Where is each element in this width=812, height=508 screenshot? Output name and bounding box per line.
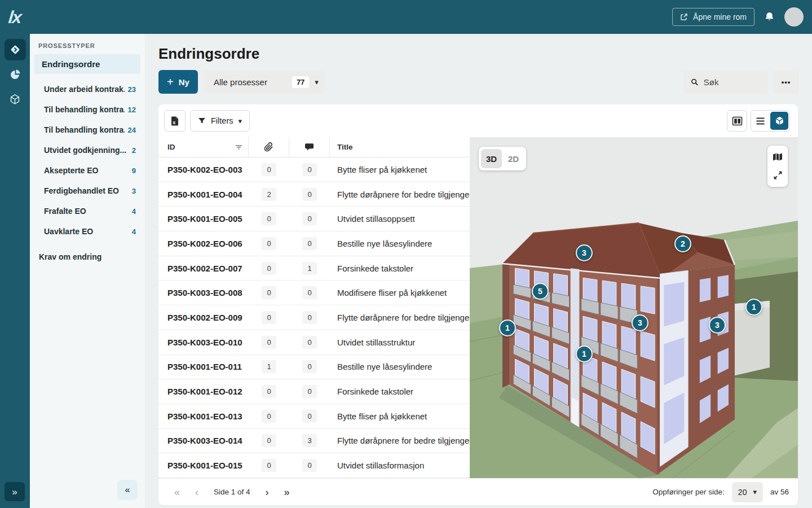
rail-expand-button[interactable]: » [5, 482, 25, 501]
comments-count: 3 [302, 434, 317, 447]
comments-count: 0 [302, 237, 317, 250]
table-row[interactable]: P350-K002-EO-007 0 1 Forsinkede takstole… [158, 256, 470, 281]
row-comments: 0 [289, 459, 330, 472]
sidebar-item[interactable]: Uavklarte EO 4 [30, 221, 145, 242]
table-row[interactable]: P350-K002-EO-006 0 0 Bestille nye låsesy… [158, 231, 470, 256]
row-attachments: 0 [249, 385, 289, 398]
map-button[interactable] [773, 152, 783, 161]
row-title: Bestille nye låsesylindere [330, 362, 470, 371]
expand-icon [773, 170, 783, 180]
plus-icon: + [167, 76, 174, 87]
column-header-id[interactable]: ID [158, 137, 249, 157]
table-row[interactable]: P350-K001-EO-011 1 0 Bestille nye låsesy… [158, 355, 470, 380]
export-excel-button[interactable]: x [164, 110, 186, 132]
rail-item-charts[interactable] [5, 64, 26, 85]
per-page-dropdown[interactable]: 20 ▾ [732, 482, 763, 502]
model-marker[interactable]: 2 [674, 235, 691, 252]
model-view-button[interactable] [770, 112, 788, 130]
attachments-count: 1 [262, 360, 276, 373]
table-row[interactable]: P350-K003-EO-008 0 0 Modifisere fliser p… [158, 281, 470, 305]
excel-export-icon: x [170, 116, 180, 126]
open-rooms-label: Åpne mine rom [693, 12, 747, 21]
model-marker[interactable]: 3 [632, 314, 648, 331]
process-diamond-icon [9, 43, 21, 56]
sidebar-item[interactable]: Ferdigbehandlet EO 3 [30, 181, 145, 201]
comments-count: 0 [302, 360, 317, 373]
column-filter-icon[interactable] [235, 144, 242, 150]
sidebar-item[interactable]: Aksepterte EO 9 [30, 160, 145, 181]
sidebar-item[interactable]: Utvidet godkjenning... 2 [30, 140, 145, 160]
mode-3d-button[interactable]: 3D [481, 149, 502, 168]
sidebar-item-label: Uavklarte EO [44, 227, 93, 236]
table-row[interactable]: P350-K001-EO-013 0 0 Bytte fliser på kjø… [158, 404, 470, 429]
rail-item-model[interactable] [5, 89, 26, 110]
comments-count: 0 [302, 385, 317, 398]
table-row[interactable]: P350-K003-EO-014 0 3 Flytte døråpnere fo… [158, 429, 470, 454]
more-options-button[interactable]: ••• [773, 70, 799, 94]
attachments-count: 0 [262, 434, 276, 447]
sidebar-item[interactable]: Under arbeid kontrak... 23 [30, 79, 145, 99]
model-marker[interactable]: 1 [576, 345, 593, 362]
row-comments: 0 [289, 212, 330, 225]
sidebar-item-count: 9 [132, 167, 136, 175]
table-row[interactable]: P350-K001-EO-005 0 0 Utvidet stillasopps… [158, 207, 470, 231]
row-id: P350-K003-EO-014 [158, 436, 249, 445]
sidebar-item[interactable]: Til behandling kontra... 24 [30, 120, 145, 140]
notifications-button[interactable] [764, 11, 775, 23]
search-icon [691, 77, 699, 87]
attachments-count: 2 [262, 188, 276, 201]
search-input[interactable] [704, 77, 761, 87]
row-attachments: 0 [249, 237, 289, 250]
last-page-button[interactable]: » [284, 487, 290, 497]
table-row[interactable]: P350-K001-EO-015 0 0 Utvidet stillasform… [158, 453, 470, 478]
rail-item-processes[interactable] [5, 39, 26, 60]
model-marker[interactable]: 3 [576, 244, 593, 261]
sidebar-item-krav-om-endring[interactable]: Krav om endring [30, 247, 145, 267]
table-row[interactable]: P350-K002-EO-009 0 0 Flytte døråpnere fo… [158, 305, 470, 330]
sidebar-item-label: Aksepterte EO [44, 166, 98, 175]
comments-count: 0 [302, 286, 317, 299]
sidebar-item[interactable]: Frafalte EO 4 [30, 201, 145, 221]
chevron-down-icon: ▾ [753, 488, 757, 496]
model-marker[interactable]: 1 [745, 299, 762, 316]
per-page-label: Oppføringer per side: [652, 488, 725, 496]
table-row[interactable]: P350-K003-EO-010 0 0 Utvidet stillasstru… [158, 330, 470, 355]
process-filter-dropdown[interactable]: Alle prosesser 77 ▾ [205, 70, 325, 94]
comments-count: 0 [302, 163, 317, 176]
avatar[interactable] [784, 7, 804, 27]
table-row[interactable]: P350-K001-EO-012 0 0 Forsinkede takstole… [158, 379, 470, 404]
model-marker[interactable]: 3 [709, 317, 726, 334]
row-title: Flytte døråpnere for bedre tilgjengeligh… [330, 436, 470, 445]
row-title: Forsinkede takstoler [330, 264, 470, 273]
sidebar-item-endringsordre[interactable]: Endringsordre [34, 54, 140, 74]
sidebar-item[interactable]: Til behandling kontra... 12 [30, 99, 145, 120]
column-header-title[interactable]: Title [330, 137, 470, 157]
table-row[interactable]: P350-K001-EO-004 2 0 Flytte døråpnere fo… [158, 182, 470, 207]
column-header-comments[interactable] [289, 137, 330, 157]
row-comments: 1 [289, 262, 330, 275]
filters-button[interactable]: Filters ▾ [190, 110, 250, 132]
model-marker[interactable]: 1 [499, 319, 516, 336]
next-page-button[interactable]: › [266, 487, 269, 497]
column-settings-button[interactable] [727, 110, 747, 132]
table-row[interactable]: P350-K002-EO-003 0 0 Bytte fliser på kjø… [158, 157, 470, 182]
sidebar-collapse-button[interactable]: « [117, 480, 138, 500]
prev-page-button[interactable]: ‹ [195, 487, 198, 497]
funnel-icon [198, 117, 206, 124]
row-id: P350-K001-EO-005 [158, 214, 249, 224]
app-logo[interactable]: lx [7, 8, 21, 26]
model-marker[interactable]: 5 [532, 283, 549, 300]
pagination-bar: « ‹ Side 1 of 4 › » Oppføringer per side… [158, 478, 798, 505]
column-header-attachments[interactable] [249, 137, 289, 157]
sidebar-item-count: 4 [132, 227, 136, 236]
column-title-label: Title [337, 143, 353, 151]
pager: « ‹ Side 1 of 4 › » [174, 487, 290, 497]
new-button[interactable]: + Ny [158, 70, 198, 94]
fullscreen-button[interactable] [773, 170, 783, 180]
list-view-button[interactable] [751, 111, 769, 131]
model-view-cube-icon [774, 116, 785, 126]
mode-2d-button[interactable]: 2D [503, 149, 524, 168]
first-page-button[interactable]: « [174, 487, 180, 497]
comments-count: 1 [302, 262, 317, 275]
open-rooms-button[interactable]: Åpne mine rom [672, 8, 754, 26]
